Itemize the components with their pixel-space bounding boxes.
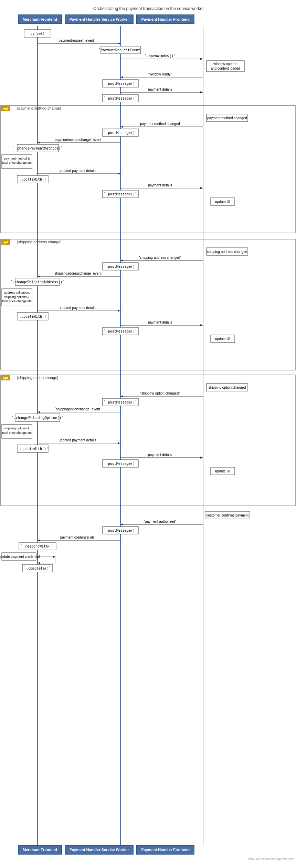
svg-text:opt: opt bbox=[3, 241, 8, 244]
svg-text:shipping option changed: shipping option changed bbox=[209, 386, 246, 389]
svg-text:[shipping address change]: [shipping address change] bbox=[17, 240, 61, 244]
sequence-diagram: `.show()` `paymentrequest` event `Paymen… bbox=[0, 26, 297, 846]
svg-text:`.complete()`: `.complete()` bbox=[24, 566, 51, 570]
svg-text:"window ready": "window ready" bbox=[148, 72, 172, 76]
svg-text:`.updateWith()`: `.updateWith()` bbox=[17, 315, 48, 318]
svg-text:updated payment details: updated payment details bbox=[59, 306, 96, 310]
svg-text:payment details: payment details bbox=[148, 320, 172, 324]
svg-text:`.postMessage()`: `.postMessage()` bbox=[104, 82, 137, 85]
actor-payment-handler-sw-top: Payment Handler Service Worker bbox=[65, 14, 134, 24]
svg-text:`.postMessage()`: `.postMessage()` bbox=[104, 96, 137, 100]
svg-text:validate payment credential: validate payment credential bbox=[0, 555, 40, 559]
svg-text:`paymentmethodchange` event: `paymentmethodchange` event bbox=[54, 138, 102, 142]
svg-text:`.postMessage()`: `.postMessage()` bbox=[104, 329, 137, 333]
svg-text:`.postMessage()`: `.postMessage()` bbox=[104, 265, 137, 268]
svg-text:updated payment details: updated payment details bbox=[59, 169, 96, 173]
svg-text:and content loaded: and content loaded bbox=[211, 67, 240, 70]
top-actors-row: Merchant Frontend Payment Handler Servic… bbox=[0, 12, 297, 26]
svg-text:"payment method changed": "payment method changed" bbox=[139, 122, 181, 126]
svg-text:`.updateWith()`: `.updateWith()` bbox=[17, 447, 48, 451]
svg-text:opt: opt bbox=[3, 376, 8, 380]
svg-text:update UI: update UI bbox=[215, 200, 230, 204]
svg-text:"shipping address changed": "shipping address changed" bbox=[139, 256, 181, 259]
svg-text:update UI: update UI bbox=[215, 469, 230, 473]
main-title: Orchestrating the payment transaction on… bbox=[0, 3, 297, 12]
svg-text:customer confirms payment: customer confirms payment bbox=[206, 513, 249, 517]
svg-text:`.show()`: `.show()` bbox=[28, 32, 47, 35]
svg-text:`.postMessage()`: `.postMessage()` bbox=[104, 529, 137, 532]
svg-text:payment method &: payment method & bbox=[4, 157, 30, 160]
svg-text:payment details: payment details bbox=[148, 183, 172, 187]
diagram-container: Orchestrating the payment transaction on… bbox=[0, 0, 297, 868]
svg-text:total price change etc: total price change etc bbox=[2, 161, 32, 164]
svg-text:`.changeShippingAddress()`: `.changeShippingAddress()` bbox=[11, 280, 65, 284]
svg-text:`.changeShippingOption()`: `.changeShippingOption()` bbox=[12, 416, 64, 420]
svg-text:`.postMessage()`: `.postMessage()` bbox=[104, 131, 137, 135]
svg-text:shipping options &: shipping options & bbox=[4, 295, 30, 299]
svg-text:`.updateWith()`: `.updateWith()` bbox=[17, 177, 48, 181]
svg-text:payment method changed: payment method changed bbox=[207, 116, 247, 120]
svg-text:total price change etc: total price change etc bbox=[2, 299, 32, 303]
svg-text:`.postMessage()`: `.postMessage()` bbox=[104, 400, 137, 404]
svg-text:shipping options &: shipping options & bbox=[4, 427, 30, 430]
svg-text:`shippingaddresschange` event: `shippingaddresschange` event bbox=[53, 272, 102, 275]
svg-text:[payment method change]: [payment method change] bbox=[17, 106, 61, 110]
svg-text:payment details: payment details bbox=[148, 88, 172, 91]
bottom-actors-row: Merchant Frontend Payment Handler Servic… bbox=[0, 843, 297, 857]
svg-text:`.changePaymentMethod()`: `.changePaymentMethod()` bbox=[13, 146, 63, 150]
footer-url: www.websequencediagrams.com bbox=[0, 857, 297, 861]
svg-text:`.postMessage()`: `.postMessage()` bbox=[104, 192, 137, 196]
actor-merchant-frontend-bottom: Merchant Frontend bbox=[18, 845, 62, 855]
svg-text:shipping address changed: shipping address changed bbox=[207, 250, 247, 254]
actor-payment-handler-sw-bottom: Payment Handler Service Worker bbox=[65, 845, 134, 855]
svg-text:`shippingoptionchange` event: `shippingoptionchange` event bbox=[55, 407, 100, 411]
svg-text:"shipping option changed": "shipping option changed" bbox=[140, 391, 180, 395]
svg-text:`paymentrequest` event: `paymentrequest` event bbox=[57, 39, 94, 42]
svg-text:address validation,: address validation, bbox=[4, 291, 30, 294]
svg-text:update UI: update UI bbox=[215, 337, 230, 341]
svg-text:`.respondWith()`: `.respondWith()` bbox=[21, 544, 54, 548]
actor-payment-handler-frontend-bottom: Payment Handler Frontend bbox=[136, 845, 194, 855]
svg-text:opt: opt bbox=[3, 107, 8, 110]
actor-merchant-frontend-top: Merchant Frontend bbox=[18, 14, 62, 24]
svg-text:payment credential etc: payment credential etc bbox=[60, 535, 95, 539]
svg-text:`.openWindow()`: `.openWindow()` bbox=[145, 54, 176, 58]
svg-text:total price change etc: total price change etc bbox=[2, 431, 32, 435]
svg-text:`PaymentRequestEvent`: `PaymentRequestEvent` bbox=[99, 48, 142, 52]
svg-text:window opened: window opened bbox=[213, 62, 237, 66]
svg-text:[shipping option change]: [shipping option change] bbox=[17, 376, 58, 380]
actor-payment-handler-frontend-top: Payment Handler Frontend bbox=[136, 14, 194, 24]
svg-text:"payment authorized": "payment authorized" bbox=[144, 520, 177, 523]
svg-text:`.postMessage()`: `.postMessage()` bbox=[104, 462, 137, 466]
svg-text:payment details: payment details bbox=[148, 453, 172, 457]
svg-text:updated payment details: updated payment details bbox=[59, 438, 96, 442]
